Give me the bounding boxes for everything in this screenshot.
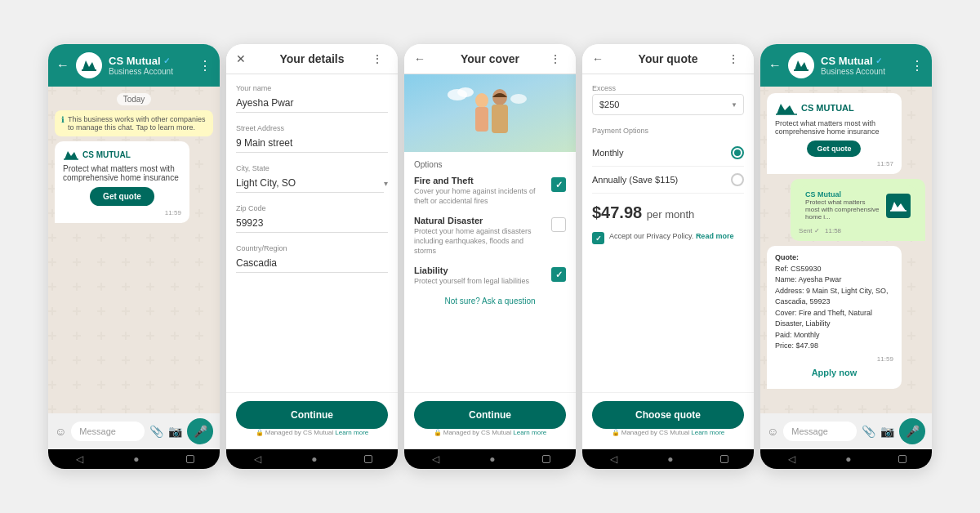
camera-icon-1[interactable]: 📷 [168,425,182,438]
back-nav-3[interactable]: ◁ [430,453,443,466]
menu-icon-3[interactable]: ⋮ [550,52,566,65]
privacy-checkbox[interactable]: ✓ [592,232,604,244]
get-quote-btn-5[interactable]: Get quote [807,141,861,157]
home-nav[interactable]: ● [130,453,143,466]
back-arrow-5[interactable]: ← [768,58,782,73]
learn-more-4[interactable]: Learn more [691,429,724,436]
home-nav-5[interactable]: ● [842,453,855,466]
payment-monthly[interactable]: Monthly [592,140,744,167]
back-nav-5[interactable]: ◁ [786,453,799,466]
msg-received-5c: Quote: Ref: CS59930 Name: Ayesha Pwar Ad… [767,246,925,389]
read-more-link[interactable]: Read more [696,232,734,240]
message-input-1[interactable]: Message [71,422,145,441]
form-header-3: ← Your cover ⋮ [404,44,576,74]
emoji-icon-5[interactable]: ☺ [767,425,778,438]
option-desc-3: Protect yourself from legal liabilities [414,277,545,287]
field-country: Country/Region [236,244,388,273]
label-city: City, State [236,164,388,172]
logo-text-1: CS MUTUAL [82,150,131,159]
apply-now-button[interactable]: Apply now [775,363,893,382]
home-nav-4[interactable]: ● [664,453,677,466]
payment-options-label: Payment Options [592,127,744,135]
options-title: Options [414,160,566,169]
excess-select[interactable]: $250 $500 [592,94,744,115]
label-country: Country/Region [236,244,388,252]
continue-button-2[interactable]: Continue [236,401,388,429]
emoji-icon-1[interactable]: ☺ [55,425,66,438]
avatar-5 [788,52,814,78]
field-city: City, State ▾ [236,164,388,193]
back-icon-3[interactable]: ← [414,52,430,65]
time1-5: 11:57 [775,160,893,167]
field-name: Your name [236,84,388,113]
msg-bubble-sent-5b: CS Mutual Protect what matters most with… [791,179,925,241]
mic-button-1[interactable]: 🎤 [187,418,213,444]
form-footer-2: Continue 🔒 Managed by CS Mutual Learn mo… [226,392,398,449]
input-country[interactable] [236,254,388,273]
get-quote-button-1[interactable]: Get quote [90,187,154,206]
home-nav-2[interactable]: ● [308,453,321,466]
checkbox-liability[interactable]: ✓ [551,267,566,282]
excess-label: Excess [592,84,744,92]
option-liability: Liability Protect yourself from legal li… [414,265,566,287]
time3-5: 11:59 [775,355,893,363]
wa-header-1: ← CS Mutual ✓ Business Account ⋮ [48,44,220,87]
sent-preview-5: CS Mutual Protect what matters most with… [799,185,917,225]
checkbox-natural-disaster[interactable] [551,217,566,232]
back-arrow-icon[interactable]: ← [56,58,69,73]
recent-nav-2[interactable] [364,455,372,463]
checkbox-fire-theft[interactable]: ✓ [551,177,566,192]
recent-nav-3[interactable] [542,455,550,463]
back-icon-4[interactable]: ← [592,52,608,65]
attach-icon-1[interactable]: 📎 [149,425,163,438]
attach-icon-5[interactable]: 📎 [862,425,875,438]
learn-more-2[interactable]: Learn more [335,429,368,436]
wa-footer-1: ☺ Message 📎 📷 🎤 [48,413,220,449]
excess-field: Excess $250 $500 [592,84,744,115]
mic-button-5[interactable]: 🎤 [899,418,925,444]
quote-details: Quote: Ref: CS59930 Name: Ayesha Pwar Ad… [775,252,893,352]
choose-quote-button[interactable]: Choose quote [592,401,744,429]
input-city[interactable] [236,174,384,193]
close-icon-2[interactable]: ✕ [236,52,252,65]
input-name[interactable] [236,94,388,113]
input-zip[interactable] [236,214,388,233]
radio-monthly[interactable] [731,146,744,159]
menu-icon-5[interactable]: ⋮ [911,58,924,74]
camera-icon-5[interactable]: 📷 [880,425,894,438]
back-nav-2[interactable]: ◁ [252,453,265,466]
message-input-5[interactable]: Message [783,422,857,441]
ask-question-link[interactable]: Not sure? Ask a question [414,297,566,306]
svg-point-4 [475,93,488,108]
continue-button-3[interactable]: Continue [414,401,566,429]
msg-bubble-1: CS MUTUAL Protect what matters most with… [55,141,189,223]
option-name-3: Liability [414,265,545,275]
recent-nav-4[interactable] [720,455,728,463]
verified-icon-5: ✓ [875,56,882,65]
form-title-3: Your cover [430,52,550,65]
logo-row: CS MUTUAL [63,148,181,161]
msg-received-5a: CS MUTUAL Protect what matters most with… [767,93,925,174]
radio-annually[interactable] [731,173,744,186]
recent-nav[interactable] [186,455,194,463]
header-info-1: CS Mutual ✓ Business Account [109,55,192,76]
msg-bubble-5c: Quote: Ref: CS59930 Name: Ayesha Pwar Ad… [767,246,902,389]
sent-preview-desc: Protect what matters most with comprehen… [805,199,881,221]
phone-nav-4: ◁ ● [582,449,754,469]
home-nav-3[interactable]: ● [486,453,499,466]
input-street[interactable] [236,134,388,153]
radio-inner-monthly [734,149,741,156]
svg-rect-7 [492,105,508,133]
menu-icon-2[interactable]: ⋮ [372,52,388,65]
form-body-4: Excess $250 $500 Payment Options Monthly… [582,74,754,392]
back-nav[interactable]: ◁ [74,453,87,466]
menu-icon-1[interactable]: ⋮ [198,58,212,74]
back-nav-4[interactable]: ◁ [608,453,621,466]
recent-nav-5[interactable] [898,455,906,463]
label-name: Your name [236,84,388,92]
form-header-2: ✕ Your details ⋮ [226,44,398,74]
learn-more-3[interactable]: Learn more [513,429,546,436]
payment-annually[interactable]: Annually (Save $115) [592,167,744,194]
menu-icon-4[interactable]: ⋮ [728,52,744,65]
privacy-text: Accept our Privacy Policy. Read more [609,232,733,240]
